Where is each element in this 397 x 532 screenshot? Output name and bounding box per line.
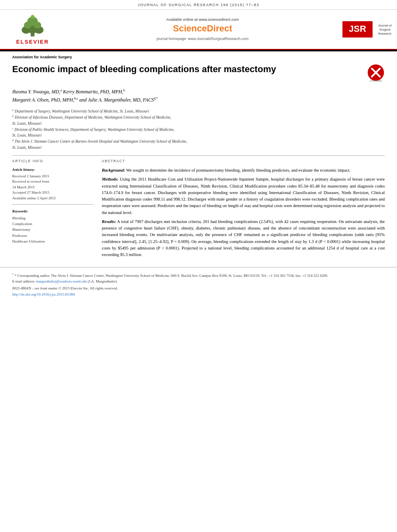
svg-text:CrossMark: CrossMark (370, 79, 382, 82)
svg-point-5 (24, 22, 31, 29)
journal-bar: JOURNAL OF SURGICAL RESEARCH 199 (2015) … (0, 0, 397, 10)
affiliations-block: a Department of Surgery, Washington Univ… (0, 106, 397, 152)
keyword-5: Healthcare Utilization (12, 238, 94, 244)
journal-header: ELSEVIER Available online at www.science… (0, 10, 397, 50)
keyword-2: Complication (12, 221, 94, 227)
article-history-label: Article history: (12, 167, 94, 172)
author-4-connector: and (79, 97, 88, 103)
two-col-layout: ARTICLE INFO Article history: Received 2… (0, 159, 397, 260)
available-online-text: Available online at www.sciencedirect.co… (65, 17, 340, 22)
journal-center-header: Available online at www.sciencedirect.co… (57, 17, 348, 42)
jsr-subtitle: Journal of Surgical Research (375, 24, 395, 35)
doi-link[interactable]: http://dx.doi.org/10.1016/j.jss.2015.03.… (12, 292, 385, 297)
keyword-1: Bleeding (12, 215, 94, 221)
history-item-4: Accepted 27 March 2015 (12, 190, 94, 196)
corresponding-note: * * Corresponding author. The Alvin J. S… (12, 272, 385, 279)
jsr-logo: JSR (342, 21, 373, 38)
footer-section: * * Corresponding author. The Alvin J. S… (0, 267, 397, 301)
jsr-logo-wrap: JSR Journal of Surgical Research (348, 21, 389, 38)
history-item-2: Received in revised form (12, 179, 94, 185)
email-label: E-mail address: (12, 279, 35, 283)
elsevier-logo: ELSEVIER (8, 13, 57, 46)
svg-point-6 (34, 22, 41, 29)
elsevier-text: ELSEVIER (16, 38, 49, 46)
sciencedirect-title: ScienceDirect (65, 22, 340, 35)
abstract-background-label: Background: (102, 168, 125, 172)
corresponding-star: * (12, 273, 14, 276)
history-item-3: 14 March 2015 (12, 185, 94, 190)
history-item-1: Received 2 January 2015 (12, 174, 94, 179)
article-info-header: ARTICLE INFO (12, 159, 94, 164)
authors-block: Iheoma Y. Nwaogu, MD,a Kerry Bommarito, … (0, 86, 397, 105)
affiliation-c: c Division of Public Health Sciences, De… (12, 126, 385, 139)
email-name: (J.A. Margenthaler). (88, 279, 117, 283)
svg-point-7 (31, 15, 34, 18)
section-divider (12, 155, 385, 156)
abstract-results-label: Results: (102, 219, 116, 224)
author-4: Julie A. Margenthaler, MD, FACSd,* (88, 97, 158, 103)
email-address: margenthalerj@wudosis.wustl.edu (36, 279, 87, 283)
elsevier-tree-icon (14, 13, 51, 38)
journal-homepage-text: journal homepage: www.JournalofSurgicalR… (65, 36, 340, 42)
keyword-4: Predictors (12, 233, 94, 238)
history-item-5: Available online 2 April 2015 (12, 196, 94, 201)
keywords-label: Keywords: (12, 209, 94, 214)
abstract-background-text: We sought to determine the incidence of … (126, 168, 351, 172)
abstract-results-text: A total of 7907 discharges met inclusion… (102, 219, 385, 257)
author-2: Kerry Bommarito, PhD, MPH,b (63, 89, 125, 95)
abstract-methods: Methods: Using the 2011 Healthcare Cost … (102, 176, 385, 216)
right-col: ABSTRACT Background: We sought to determ… (102, 159, 385, 260)
left-divider (12, 204, 94, 205)
crossmark-icon: CrossMark (367, 64, 385, 82)
affiliation-a: a Department of Surgery, Washington Univ… (12, 108, 385, 114)
keyword-3: Mastectomy (12, 227, 94, 232)
corresponding-note-text: * Corresponding author. The Alvin J. Sit… (15, 274, 328, 278)
abstract-methods-label: Methods: (102, 177, 118, 181)
affiliation-b: b Division of Infectious Diseases, Depar… (12, 114, 385, 126)
author-3: Margaret A. Olsen, PhD, MPH,b,c (12, 97, 78, 103)
left-col: ARTICLE INFO Article history: Received 2… (12, 159, 94, 260)
article-section-label: Association for Academic Surgery (0, 51, 397, 62)
author-1: Iheoma Y. Nwaogu, MD,a (12, 89, 62, 95)
abstract-background: Background: We sought to determine the i… (102, 167, 385, 174)
email-note: E-mail address: margenthalerj@wudosis.wu… (12, 279, 385, 285)
affiliation-d: d The Alvin J. Siteman Cancer Center at … (12, 138, 385, 150)
abstract-header: ABSTRACT (102, 159, 385, 164)
copyright-text: 0022-4804/$ – see front matter © 2015 El… (12, 286, 385, 291)
article-title: Economic impact of bleeding complication… (12, 64, 360, 75)
article-title-wrap: Economic impact of bleeding complication… (0, 61, 397, 86)
abstract-methods-text: Using the 2011 Healthcare Cost and Utili… (102, 177, 385, 214)
abstract-text: Background: We sought to determine the i… (102, 167, 385, 258)
abstract-results: Results: A total of 7907 discharges met … (102, 219, 385, 258)
